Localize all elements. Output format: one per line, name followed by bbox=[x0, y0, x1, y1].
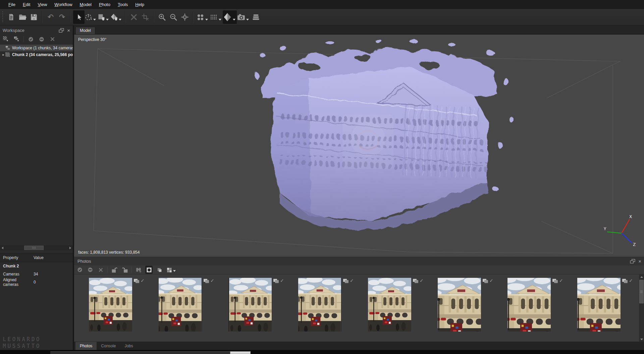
photo-thumbnail-image[interactable] bbox=[159, 278, 202, 332]
filter-photos-button[interactable] bbox=[135, 266, 142, 274]
dropdown-caret-icon[interactable] bbox=[205, 19, 208, 20]
menu-item[interactable]: Edit bbox=[19, 0, 34, 9]
tree-item-workspace[interactable]: Workspace (1 chunks, 34 cameras) bbox=[0, 45, 73, 51]
dropdown-caret-icon[interactable] bbox=[106, 19, 109, 20]
dropdown-caret-icon[interactable] bbox=[119, 19, 121, 20]
redo-button[interactable]: ↷ bbox=[56, 10, 68, 24]
dropdown-caret-icon[interactable] bbox=[233, 19, 235, 20]
tie-points-view-button[interactable] bbox=[209, 10, 223, 24]
scroll-right-arrow-icon[interactable] bbox=[68, 245, 73, 250]
disable-camera-button[interactable] bbox=[87, 266, 94, 274]
close-panel-button[interactable]: × bbox=[67, 28, 70, 33]
scrollbar-thumb[interactable] bbox=[24, 246, 44, 250]
disable-item-button[interactable] bbox=[38, 35, 45, 43]
view-mode-button[interactable] bbox=[166, 266, 177, 274]
menu-item[interactable]: File bbox=[5, 0, 19, 9]
tab-jobs[interactable]: Jobs bbox=[120, 342, 137, 350]
point-cloud-view-button[interactable] bbox=[196, 10, 209, 24]
mesh-model[interactable] bbox=[255, 39, 513, 230]
axis-y-line bbox=[607, 232, 622, 233]
remove-camera-button[interactable] bbox=[97, 266, 104, 274]
enable-item-button[interactable] bbox=[27, 35, 35, 43]
menu-item[interactable]: Help bbox=[131, 0, 148, 9]
photo-thumbnail-image[interactable] bbox=[507, 278, 551, 332]
photo-thumbnail-image[interactable] bbox=[438, 278, 481, 332]
workspace-horizontal-scrollbar[interactable] bbox=[0, 245, 73, 250]
add-chunk-button[interactable] bbox=[2, 35, 9, 43]
navigation-tool-button[interactable] bbox=[110, 10, 123, 24]
photo-thumbnail-item[interactable]: ✓ bbox=[577, 278, 621, 332]
enable-check-icon bbox=[28, 37, 34, 42]
photo-thumbnail-image[interactable] bbox=[368, 278, 411, 332]
photo-thumbnail-image[interactable] bbox=[577, 278, 621, 332]
crop-selection-button[interactable] bbox=[140, 10, 151, 24]
photo-thumbnail-image[interactable] bbox=[228, 278, 272, 332]
dropdown-caret-icon[interactable] bbox=[219, 19, 221, 20]
scroll-down-arrow-icon[interactable] bbox=[639, 337, 644, 342]
float-panel-button[interactable] bbox=[630, 259, 636, 264]
rotate-left-button[interactable] bbox=[111, 266, 118, 274]
mesh-watermark-ghost bbox=[342, 114, 393, 169]
open-project-button[interactable] bbox=[17, 10, 28, 24]
add-photos-button[interactable] bbox=[13, 35, 20, 43]
scrollbar-thumb[interactable] bbox=[639, 280, 644, 303]
photo-thumbnail-image[interactable] bbox=[298, 278, 341, 332]
selection-tool-button[interactable] bbox=[73, 10, 85, 24]
details-view-button[interactable] bbox=[156, 266, 163, 274]
photo-status-badge: ✓ bbox=[552, 279, 563, 284]
close-panel-button[interactable]: × bbox=[638, 259, 641, 264]
photo-thumbnail-item[interactable]: ✓ bbox=[507, 278, 551, 332]
photo-status-badge: ✓ bbox=[343, 279, 354, 284]
rectangle-selection-button[interactable] bbox=[97, 10, 110, 24]
expand-arrow-icon[interactable]: ▸ bbox=[1, 53, 5, 56]
undo-button[interactable]: ↶ bbox=[45, 10, 56, 24]
float-panel-button[interactable] bbox=[58, 28, 64, 33]
toolbar-separator bbox=[125, 11, 126, 23]
property-row[interactable]: Chunk 2 bbox=[0, 262, 73, 270]
dropdown-caret-icon[interactable] bbox=[173, 270, 176, 272]
tab-photos[interactable]: Photos bbox=[75, 342, 97, 350]
menu-item[interactable]: Photo bbox=[95, 0, 114, 9]
model-viewport[interactable]: Perspective 30° bbox=[74, 35, 644, 257]
dropdown-caret-icon[interactable] bbox=[93, 19, 96, 20]
scroll-up-arrow-icon[interactable] bbox=[639, 274, 644, 279]
rotate-object-button[interactable] bbox=[85, 10, 97, 24]
menu-item[interactable]: Tools bbox=[114, 0, 131, 9]
shaded-model-view-button[interactable] bbox=[223, 10, 237, 24]
photo-thumbnail-item[interactable]: ✓ bbox=[298, 278, 341, 332]
tiled-model-view-button[interactable] bbox=[250, 10, 262, 24]
reset-view-button[interactable] bbox=[179, 10, 191, 24]
tree-item-chunk[interactable]: ▸ Chunk 2 (34 cameras, 25,566 po bbox=[0, 51, 73, 58]
show-cameras-button[interactable] bbox=[237, 10, 250, 24]
photo-thumbnail-item[interactable]: ✓ bbox=[438, 278, 481, 332]
property-row[interactable]: Aligned cameras 0 bbox=[0, 278, 73, 286]
axis-x-line bbox=[622, 219, 630, 233]
rotate-right-button[interactable] bbox=[121, 266, 128, 274]
menu-item[interactable]: Workflow bbox=[51, 0, 76, 9]
remove-item-button[interactable] bbox=[49, 35, 56, 43]
main-area: Model Perspective 30° bbox=[74, 26, 644, 350]
thumbnail-view-button[interactable] bbox=[145, 266, 153, 274]
delete-selection-button[interactable] bbox=[128, 10, 140, 24]
photo-thumbnail-item[interactable]: ✓ bbox=[159, 278, 202, 332]
dropdown-caret-icon[interactable] bbox=[246, 19, 249, 20]
photos-vertical-scrollbar[interactable] bbox=[639, 274, 644, 342]
photo-check-icon: ✓ bbox=[629, 279, 633, 283]
photo-thumbnail-item[interactable]: ✓ bbox=[89, 278, 132, 332]
photo-thumbnail-image[interactable] bbox=[89, 278, 132, 332]
photo-thumbnail-item[interactable]: ✓ bbox=[228, 278, 272, 332]
enable-camera-button[interactable] bbox=[76, 266, 84, 274]
property-row[interactable]: Cameras 34 bbox=[0, 270, 73, 278]
toolbar-drag-handle[interactable] bbox=[1, 11, 4, 23]
photo-thumbnail-item[interactable]: ✓ bbox=[368, 278, 411, 332]
menu-item[interactable]: View bbox=[34, 0, 51, 9]
zoom-in-button[interactable] bbox=[156, 10, 168, 24]
tab-console[interactable]: Console bbox=[97, 342, 120, 350]
zoom-out-button[interactable] bbox=[168, 10, 179, 24]
tab-model[interactable]: Model bbox=[75, 27, 95, 34]
model-mesh-canvas[interactable] bbox=[74, 35, 644, 257]
save-project-button[interactable] bbox=[28, 10, 40, 24]
new-project-button[interactable] bbox=[5, 10, 17, 24]
scroll-left-arrow-icon[interactable] bbox=[0, 245, 5, 250]
menu-item[interactable]: Model bbox=[76, 0, 95, 9]
